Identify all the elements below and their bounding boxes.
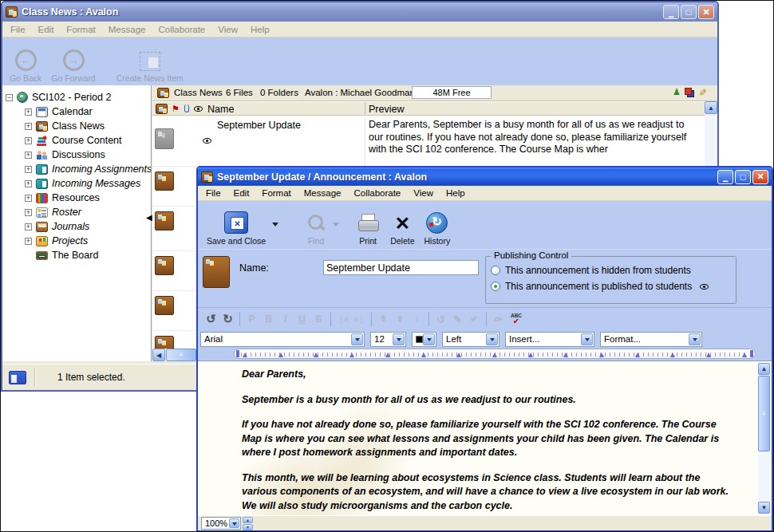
scroll-up-arrow[interactable] [705,101,717,114]
tree-item-the-board[interactable]: The Board [6,248,151,262]
underline-button[interactable]: U [294,311,310,328]
tree-item-projects[interactable]: Projects [6,234,151,248]
tab-stop-marker[interactable] [349,350,354,357]
item-type-column-icon[interactable] [156,104,168,114]
dropdown-arrow-icon[interactable] [689,333,701,345]
expand-icon[interactable] [25,108,32,116]
bold-button[interactable]: B [260,311,277,328]
scroll-thumb[interactable] [758,376,770,451]
menu-edit[interactable]: Edit [32,23,61,36]
space-after-button[interactable] [392,311,409,328]
tab-stop-marker[interactable] [492,350,497,357]
flag-column-icon[interactable] [172,103,180,114]
close-button[interactable] [752,170,768,184]
menu-help[interactable]: Help [244,23,276,36]
redo-button[interactable] [219,311,236,328]
tree-item-class-news[interactable]: Class News [6,119,151,133]
menu-collaborate[interactable]: Collaborate [347,187,407,199]
alignment-select[interactable]: Left [442,332,500,347]
editor-vertical-scrollbar[interactable] [758,363,770,514]
ruler[interactable] [234,349,756,359]
save-and-close-button[interactable]: Save and Close [203,209,270,247]
tree-item-root[interactable]: SCI102 - Period 2 [6,90,151,104]
indent-list-button[interactable] [334,311,351,328]
expand-icon[interactable] [25,137,32,144]
column-name[interactable]: Name [207,104,234,115]
maximize-button[interactable] [681,5,697,19]
menu-message[interactable]: Message [298,187,348,199]
dropdown-arrow-icon[interactable] [423,333,435,345]
tab-stop-marker[interactable] [278,350,283,357]
menu-view[interactable]: View [211,23,244,36]
announcement-icon[interactable] [155,256,174,275]
class-news-titlebar[interactable]: Class News : Avalon [2,2,717,22]
plain-button[interactable]: P [243,311,260,328]
dropdown-arrow-icon[interactable] [229,518,239,528]
space-before-button[interactable] [375,311,392,328]
announcement-icon[interactable] [155,171,174,191]
menu-file[interactable]: File [4,23,32,36]
tree-item-resources[interactable]: Resources [6,191,151,205]
right-margin-marker[interactable] [750,350,753,357]
panel-toggle-icon[interactable] [9,371,26,384]
attachment-column-icon[interactable] [184,104,189,112]
find-options-dropdown-arrow[interactable] [333,223,339,230]
announcement-icon[interactable] [155,336,174,349]
hidden-radio[interactable] [491,266,500,275]
go-back-button[interactable]: Go Back [6,47,45,85]
font-color-select[interactable] [412,332,436,347]
tab-stop-marker[interactable] [314,350,318,357]
create-news-item-button[interactable]: Create News Item [113,49,188,85]
italic-button[interactable]: I [277,311,294,328]
tree-item-incoming-assignments[interactable]: Incoming Assignments [6,162,151,176]
font-size-select[interactable]: 12 [370,332,406,347]
expand-icon[interactable] [25,152,32,159]
tab-stop-marker[interactable] [421,350,426,357]
approve-button[interactable] [466,311,483,328]
tab-stop-marker[interactable] [599,350,604,357]
scroll-down-arrow[interactable] [758,502,770,514]
outdent-list-button[interactable] [351,311,368,328]
dropdown-arrow-icon[interactable] [351,333,363,345]
name-input[interactable] [323,260,479,275]
tab-stop-marker[interactable] [385,350,390,357]
expand-icon[interactable] [25,123,32,130]
insert-select[interactable]: Insert... [505,332,594,347]
delete-button[interactable]: Delete [386,211,418,247]
tree-item-roster[interactable]: Roster [6,205,151,219]
column-preview[interactable]: Preview [369,104,404,115]
announcement-icon[interactable] [155,296,174,315]
zoom-select[interactable]: 100% [201,517,241,530]
tree-item-incoming-messages[interactable]: Incoming Messages [6,176,151,191]
expand-icon[interactable] [25,238,32,245]
close-button[interactable] [698,5,714,19]
column-divider[interactable] [365,103,365,114]
dropdown-arrow-icon[interactable] [581,333,593,345]
tab-stop-marker[interactable] [456,350,461,357]
format-select[interactable]: Format... [600,332,702,347]
menu-help[interactable]: Help [440,187,472,199]
menu-view[interactable]: View [407,187,440,199]
tab-stop-marker[interactable] [563,350,568,357]
message-body-editor[interactable]: Dear Parents, September is a busy month … [198,361,772,515]
published-column-icon[interactable] [194,106,203,112]
print-button[interactable]: Print [353,211,383,247]
expand-icon[interactable] [25,223,32,231]
dropdown-arrow-icon[interactable] [486,333,498,345]
zoom-spinner[interactable] [243,517,253,530]
menu-format[interactable]: Format [60,23,101,36]
collapse-expander-icon[interactable] [6,94,13,101]
spin-down-icon[interactable] [243,524,253,530]
go-forward-button[interactable]: Go Forward [47,47,99,85]
minimize-button[interactable] [663,5,679,19]
tab-stop-marker[interactable] [706,350,711,357]
published-radio-label[interactable]: This announcement is published to studen… [505,281,692,292]
tree-item-discussions[interactable]: Discussions [6,148,151,162]
dropdown-arrow-icon[interactable] [393,333,405,345]
font-family-select[interactable]: Arial [200,332,365,347]
tab-stop-marker[interactable] [528,350,533,357]
minimize-button[interactable] [717,170,733,184]
strikethrough-button[interactable]: S [310,311,327,328]
tree-item-calendar[interactable]: Calendar [6,104,151,119]
line-spacing-button[interactable] [409,311,425,328]
